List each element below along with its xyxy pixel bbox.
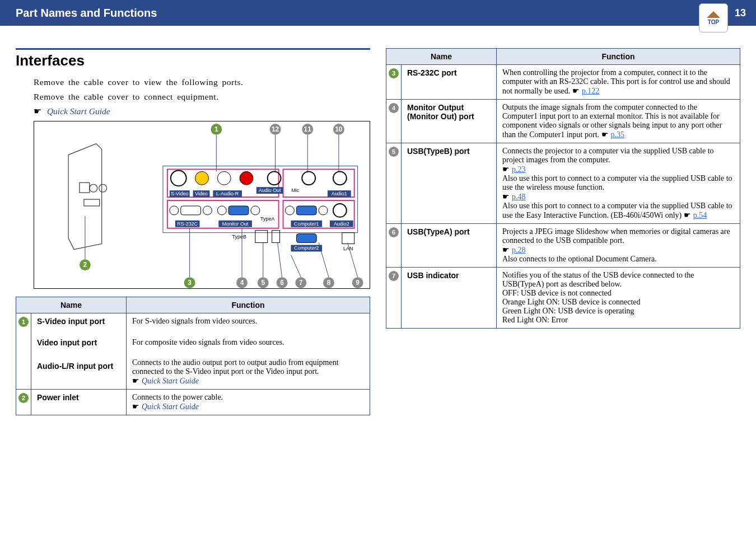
port-func: Connects the projector to a computer via… xyxy=(497,143,740,224)
svg-text:LAN: LAN xyxy=(343,246,353,251)
port-name: Audio-L/R input port xyxy=(31,350,127,390)
table-row: 2 Power inlet Connects to the power cabl… xyxy=(16,390,370,415)
svg-rect-40 xyxy=(296,234,316,243)
svg-line-87 xyxy=(291,255,301,277)
svg-text:12: 12 xyxy=(272,125,279,133)
svg-rect-15 xyxy=(84,199,100,206)
svg-text:Computer2: Computer2 xyxy=(294,245,319,251)
port-name: RS-232C port xyxy=(402,65,497,100)
right-column: Name Function 3 RS-232C port When contro… xyxy=(386,48,740,415)
callout-5: 5 xyxy=(389,147,399,157)
svg-line-88 xyxy=(319,243,329,278)
diagram-svg: 1 12 11 10 xyxy=(34,121,370,288)
svg-line-86 xyxy=(278,243,282,278)
svg-point-34 xyxy=(286,206,295,215)
page-number: 13 xyxy=(735,7,746,19)
port-func: For composite video signals from video s… xyxy=(127,330,370,350)
th-function: Function xyxy=(127,297,370,313)
svg-rect-12 xyxy=(80,182,90,193)
svg-text:Video: Video xyxy=(195,191,208,196)
svg-text:8: 8 xyxy=(327,279,331,287)
svg-text:1: 1 xyxy=(214,125,218,133)
svg-text:RS-232C: RS-232C xyxy=(177,221,198,227)
top-label: TOP xyxy=(708,19,719,25)
svg-text:Audio1: Audio1 xyxy=(332,191,347,196)
table-row: 4 Monitor Output (Monitor Out) port Outp… xyxy=(386,100,740,143)
svg-text:7: 7 xyxy=(299,279,303,287)
th-name: Name xyxy=(16,297,127,313)
svg-text:10: 10 xyxy=(335,125,343,133)
page-link[interactable]: p.122 xyxy=(582,87,600,95)
right-spec-table: Name Function 3 RS-232C port When contro… xyxy=(386,48,740,329)
port-func: For S-video signals from video sources. xyxy=(127,313,370,331)
svg-point-30 xyxy=(203,206,212,215)
intro-line-2: Remove the cable cover to connect equipm… xyxy=(34,92,370,102)
svg-point-27 xyxy=(333,171,347,185)
page-link[interactable]: p.48 xyxy=(512,193,526,201)
port-func: Connects to the power cable. Quick Start… xyxy=(127,390,370,415)
top-home-logo[interactable]: TOP xyxy=(699,3,728,32)
hand-icon: ☛ xyxy=(34,106,41,116)
page-link[interactable]: p.35 xyxy=(611,130,625,139)
page-link[interactable]: p.23 xyxy=(512,165,526,174)
page-title: Part Names and Functions xyxy=(16,7,157,20)
table-row: 5 USB(TypeB) port Connects the projector… xyxy=(386,143,740,224)
port-name: USB(TypeB) port xyxy=(402,143,497,224)
svg-text:Audio2: Audio2 xyxy=(334,221,349,227)
svg-text:Monitor Out: Monitor Out xyxy=(222,221,249,227)
svg-text:Mic: Mic xyxy=(291,188,299,193)
svg-rect-35 xyxy=(296,206,316,215)
svg-point-37 xyxy=(333,204,347,217)
table-row: 3 RS-232C port When controlling the proj… xyxy=(386,65,740,100)
callout-3: 3 xyxy=(389,68,399,78)
table-row: 7 USB indicator Notifies you of the stat… xyxy=(386,268,740,329)
svg-text:6: 6 xyxy=(280,279,284,287)
svg-rect-38 xyxy=(255,231,268,243)
page-link[interactable]: p.28 xyxy=(512,246,526,254)
svg-text:11: 11 xyxy=(304,125,312,133)
svg-text:S-Video: S-Video xyxy=(171,191,189,196)
svg-point-24 xyxy=(240,171,253,185)
port-func: Projects a JPEG image Slideshow when mem… xyxy=(497,224,740,268)
port-name: S-Video input port xyxy=(31,313,127,331)
callout-2: 2 xyxy=(18,393,29,403)
table-row: 1 S-Video input port For S-video signals… xyxy=(16,313,370,331)
callout-1: 1 xyxy=(18,317,29,327)
svg-point-33 xyxy=(251,206,260,215)
table-row: 6 USB(TypeA) port Projects a JPEG image … xyxy=(386,224,740,268)
header-bar: Part Names and Functions TOP 13 xyxy=(0,0,756,26)
callout-6: 6 xyxy=(389,227,399,237)
port-name: Power inlet xyxy=(31,390,127,415)
left-spec-table: Name Function 1 S-Video input port For S… xyxy=(16,297,370,415)
port-name: Monitor Output (Monitor Out) port xyxy=(402,100,497,143)
page-link[interactable]: p.54 xyxy=(693,211,707,219)
th-function: Function xyxy=(497,49,740,65)
table-row: Video input port For composite video sig… xyxy=(16,330,370,350)
th-name: Name xyxy=(386,49,497,65)
svg-rect-39 xyxy=(272,231,280,243)
svg-point-26 xyxy=(302,171,315,185)
interface-diagram: 1 12 11 10 xyxy=(34,121,370,289)
quick-start-link[interactable]: ☛ Quick Start Guide xyxy=(34,106,370,116)
port-name: USB(TypeA) port xyxy=(402,224,497,268)
svg-rect-29 xyxy=(181,206,201,215)
svg-point-28 xyxy=(170,206,179,215)
callout-7: 7 xyxy=(389,271,399,281)
svg-point-21 xyxy=(171,170,186,186)
svg-rect-41 xyxy=(342,233,354,244)
svg-text:TypeA: TypeA xyxy=(260,216,274,222)
svg-text:3: 3 xyxy=(188,279,192,287)
port-name: Video input port xyxy=(31,330,127,350)
svg-text:TypeB: TypeB xyxy=(232,234,246,240)
svg-text:Computer1: Computer1 xyxy=(294,221,319,227)
svg-point-13 xyxy=(90,184,97,192)
section-heading: Interfaces xyxy=(16,52,370,69)
port-func: Notifies you of the status of the USB de… xyxy=(497,268,740,329)
section-rule xyxy=(16,48,370,50)
table-row: Audio-L/R input port Connects to the aud… xyxy=(16,350,370,390)
home-icon xyxy=(707,11,720,18)
svg-point-36 xyxy=(319,206,328,215)
svg-point-22 xyxy=(195,171,209,185)
svg-text:Audio Out: Audio Out xyxy=(259,188,281,193)
svg-point-31 xyxy=(217,206,226,215)
